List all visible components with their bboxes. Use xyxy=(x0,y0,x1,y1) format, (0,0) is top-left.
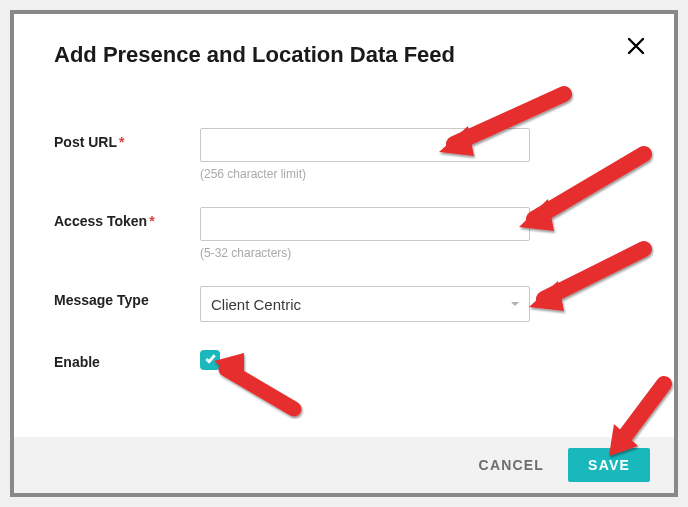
checkmark-icon xyxy=(204,351,217,369)
label-message-type: Message Type xyxy=(54,286,200,308)
row-access-token: Access Token* (5-32 characters) xyxy=(54,207,634,260)
modal-dialog: Add Presence and Location Data Feed Post… xyxy=(10,10,678,497)
required-asterisk: * xyxy=(119,134,124,150)
form: Post URL* (256 character limit) Access T… xyxy=(54,128,634,370)
label-post-url: Post URL* xyxy=(54,128,200,150)
hint-access-token: (5-32 characters) xyxy=(200,246,530,260)
row-enable: Enable xyxy=(54,348,634,370)
modal-title: Add Presence and Location Data Feed xyxy=(54,42,634,68)
row-post-url: Post URL* (256 character limit) xyxy=(54,128,634,181)
access-token-input[interactable] xyxy=(200,207,530,241)
save-button[interactable]: SAVE xyxy=(568,448,650,482)
close-button[interactable] xyxy=(624,36,648,60)
post-url-input[interactable] xyxy=(200,128,530,162)
hint-post-url: (256 character limit) xyxy=(200,167,530,181)
enable-checkbox[interactable] xyxy=(200,350,220,370)
modal-footer: CANCEL SAVE xyxy=(14,437,674,493)
row-message-type: Message Type Client Centric xyxy=(54,286,634,322)
required-asterisk: * xyxy=(149,213,154,229)
cancel-button[interactable]: CANCEL xyxy=(475,449,549,481)
message-type-value: Client Centric xyxy=(211,296,301,313)
label-access-token: Access Token* xyxy=(54,207,200,229)
label-enable: Enable xyxy=(54,348,200,370)
message-type-select[interactable]: Client Centric xyxy=(200,286,530,322)
modal-body: Add Presence and Location Data Feed Post… xyxy=(14,14,674,437)
close-icon xyxy=(627,37,645,59)
